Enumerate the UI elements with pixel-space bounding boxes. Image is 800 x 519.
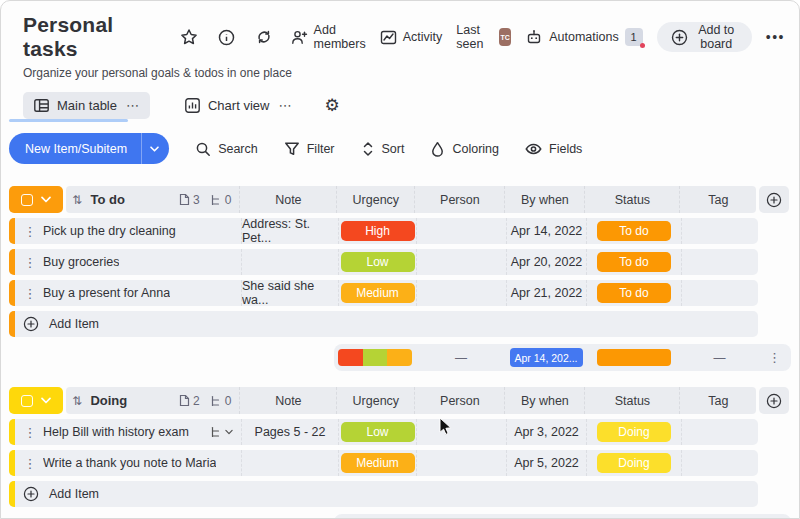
group-checkbox[interactable] [21, 395, 33, 407]
tab-chart-view-menu[interactable]: ⋯ [278, 98, 292, 113]
urgency-pill[interactable]: Medium [341, 453, 415, 473]
urgency-cell[interactable]: Medium [338, 280, 416, 306]
row-menu-button[interactable]: ⋮ [21, 456, 39, 471]
status-pill[interactable]: To do [597, 221, 671, 241]
add-item-row[interactable]: Add Item [9, 311, 758, 337]
column-header-tag[interactable]: Tag [679, 186, 756, 213]
group-name[interactable]: Doing [90, 393, 127, 408]
table-row[interactable]: ⋮ Pick up the dry cleaning Address: St. … [9, 218, 758, 244]
by-when-cell[interactable]: Apr 21, 2022 [506, 280, 586, 306]
new-item-button[interactable]: New Item/Subitem [9, 133, 169, 164]
urgency-pill[interactable]: Low [341, 252, 415, 272]
group-doing-color-block[interactable] [9, 387, 63, 414]
activity-button[interactable]: Activity [380, 29, 443, 46]
urgency-pill[interactable]: High [341, 221, 415, 241]
note-cell[interactable]: She said she wa... [241, 280, 338, 306]
column-header-by-when[interactable]: By when [504, 387, 584, 414]
filter-button[interactable]: Filter [284, 141, 335, 157]
column-header-person[interactable]: Person [414, 186, 504, 213]
new-item-label[interactable]: New Item/Subitem [9, 133, 141, 164]
add-to-board-button[interactable]: Add to board [657, 22, 752, 52]
row-menu-button[interactable]: ⋮ [21, 286, 39, 301]
date-range-pill[interactable]: Apr 14, 202... [510, 348, 583, 367]
urgency-pill[interactable]: Medium [341, 283, 415, 303]
sync-icon[interactable] [255, 28, 273, 46]
summary-menu-button[interactable]: ⋮ [766, 350, 784, 365]
note-cell[interactable] [241, 249, 338, 275]
table-row[interactable]: ⋮ Buy a present for Anna She said she wa… [9, 280, 758, 306]
item-name[interactable]: Write a thank you note to Maria [43, 456, 216, 470]
tag-cell[interactable] [681, 450, 758, 476]
urgency-cell[interactable]: Low [338, 419, 416, 445]
group-collapse-chevron-icon[interactable] [41, 196, 51, 203]
status-cell[interactable]: To do [586, 249, 681, 275]
tag-cell[interactable] [681, 280, 758, 306]
urgency-cell[interactable]: Low [338, 249, 416, 275]
fields-button[interactable]: Fields [525, 142, 582, 156]
add-item-row[interactable]: Add Item [9, 481, 758, 507]
by-when-summary[interactable]: Apr 14, 202... [506, 344, 586, 371]
urgency-summary[interactable] [334, 344, 416, 371]
by-when-cell[interactable]: Apr 5, 2022 [506, 450, 586, 476]
automations-button[interactable]: Automations 1 [525, 28, 642, 46]
person-cell[interactable] [416, 419, 506, 445]
status-pill[interactable]: Doing [597, 453, 671, 473]
table-row[interactable]: ⋮ Buy groceries Low Apr 20, 2022 To do [9, 249, 758, 275]
column-header-status[interactable]: Status [584, 387, 679, 414]
person-cell[interactable] [416, 249, 506, 275]
by-when-cell[interactable]: Apr 3, 2022 [506, 419, 586, 445]
column-header-note[interactable]: Note [239, 387, 336, 414]
column-header-tag[interactable]: Tag [679, 387, 756, 414]
group-name[interactable]: To do [90, 192, 124, 207]
tab-main-table[interactable]: Main table ⋯ [23, 92, 150, 119]
table-row[interactable]: ⋮ Write a thank you note to Maria Medium… [9, 450, 758, 476]
status-cell[interactable]: Doing [586, 419, 681, 445]
urgency-summary[interactable] [334, 514, 416, 519]
by-when-cell[interactable]: Apr 14, 2022 [506, 218, 586, 244]
by-when-summary[interactable]: Apr 3, 2022 -... [506, 514, 586, 519]
status-cell[interactable]: To do [586, 280, 681, 306]
search-button[interactable]: Search [195, 141, 258, 157]
column-header-urgency[interactable]: Urgency [336, 186, 414, 213]
info-icon[interactable] [218, 29, 235, 46]
drag-handle-icon[interactable]: ⇅ [72, 394, 82, 408]
views-settings-gear-icon[interactable]: ⚙ [324, 95, 339, 116]
subitems-toggle[interactable] [210, 426, 241, 438]
group-collapse-chevron-icon[interactable] [41, 397, 51, 404]
urgency-pill[interactable]: Low [341, 422, 415, 442]
column-header-by-when[interactable]: By when [504, 186, 584, 213]
item-name[interactable]: Help Bill with history exam [43, 425, 189, 439]
person-cell[interactable] [416, 450, 506, 476]
status-summary[interactable] [586, 514, 681, 519]
add-members-button[interactable]: Add members [291, 23, 366, 51]
status-pill[interactable]: Doing [597, 422, 671, 442]
group-todo-color-block[interactable] [9, 186, 63, 213]
favorite-star-icon[interactable] [180, 28, 198, 46]
item-name[interactable]: Buy a present for Anna [43, 286, 170, 300]
urgency-cell[interactable]: High [338, 218, 416, 244]
status-cell[interactable]: Doing [586, 450, 681, 476]
last-seen[interactable]: Last seen TC [456, 23, 511, 51]
note-cell[interactable] [241, 450, 338, 476]
sort-button[interactable]: Sort [361, 141, 405, 157]
tab-chart-view[interactable]: Chart view ⋯ [174, 92, 302, 119]
person-cell[interactable] [416, 218, 506, 244]
tab-main-table-menu[interactable]: ⋯ [126, 98, 140, 113]
column-header-person[interactable]: Person [414, 387, 504, 414]
note-cell[interactable]: Pages 5 - 22 [241, 419, 338, 445]
status-cell[interactable]: To do [586, 218, 681, 244]
by-when-cell[interactable]: Apr 20, 2022 [506, 249, 586, 275]
tag-cell[interactable] [681, 249, 758, 275]
row-menu-button[interactable]: ⋮ [21, 255, 39, 270]
urgency-cell[interactable]: Medium [338, 450, 416, 476]
add-column-button[interactable] [759, 186, 789, 213]
item-name[interactable]: Buy groceries [43, 255, 119, 269]
coloring-button[interactable]: Coloring [430, 141, 499, 157]
status-distribution-bar[interactable] [597, 349, 671, 366]
column-header-status[interactable]: Status [584, 186, 679, 213]
add-column-button[interactable] [759, 387, 789, 414]
item-name[interactable]: Pick up the dry cleaning [43, 224, 176, 238]
row-menu-button[interactable]: ⋮ [21, 425, 39, 440]
column-header-note[interactable]: Note [239, 186, 336, 213]
status-pill[interactable]: To do [597, 252, 671, 272]
